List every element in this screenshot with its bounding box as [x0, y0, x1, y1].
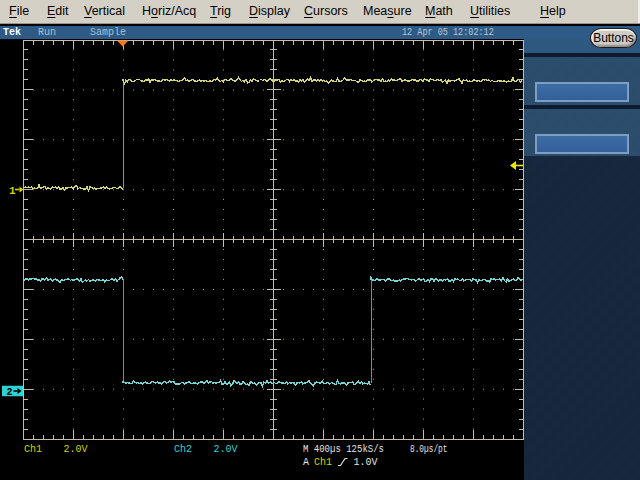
- acquisition-mode-label: Sample: [90, 27, 126, 38]
- side-panel: [524, 39, 640, 480]
- ch2-readout-label: Ch2: [174, 445, 192, 455]
- rising-slope-path: [338, 459, 348, 466]
- acquisition-state-label: Run: [38, 27, 56, 38]
- waveform-ch1: [24, 78, 522, 191]
- graticule-dots: [33, 49, 514, 429]
- panel-section-2: [524, 109, 640, 156]
- graticule-frame: [24, 40, 524, 439]
- menu-item-help[interactable]: Help: [540, 0, 566, 23]
- oscilloscope-screen: FileEditVerticalHoriz/AcqTrigDisplayCurs…: [0, 0, 640, 480]
- trigger-source-readout: Ch1: [314, 458, 332, 468]
- datetime-label: 12 Apr 05 12:02:12: [402, 27, 494, 38]
- menu-item-cursors[interactable]: Cursors: [304, 0, 348, 23]
- menu-item-display[interactable]: Display: [249, 0, 290, 23]
- menu-item-file[interactable]: File: [9, 0, 29, 23]
- trigger-mode-readout: A: [303, 458, 309, 468]
- trigger-level-marker: [510, 161, 516, 170]
- timebase-readout: M 400µs 125kS/s: [303, 445, 384, 455]
- menu-bar: FileEditVerticalHoriz/AcqTrigDisplayCurs…: [0, 0, 640, 24]
- waveform-ch2: [24, 277, 523, 386]
- graticule-ticks: [24, 40, 524, 439]
- ch2-marker-arrowhead-icon: [18, 388, 22, 394]
- menu-item-trig[interactable]: Trig: [210, 0, 231, 23]
- brand-label: Tek: [3, 27, 21, 38]
- trigger-position-marker: [117, 41, 129, 47]
- trigger-slope-icon: [337, 457, 349, 467]
- panel-button-2[interactable]: [535, 134, 629, 154]
- ch1-readout-label: Ch1: [24, 445, 42, 455]
- buttons-button[interactable]: Buttons: [590, 28, 637, 48]
- ch2-ground-marker: [2, 386, 23, 397]
- ch1-ground-marker: 1: [9, 185, 16, 197]
- waveform-ch2-edges: [123, 280, 371, 383]
- menu-item-horizacq[interactable]: Horiz/Acq: [142, 0, 196, 23]
- menu-item-edit[interactable]: Edit: [47, 0, 69, 23]
- menu-item-vertical[interactable]: Vertical: [84, 0, 125, 23]
- panel-section-1: [524, 57, 640, 105]
- ch2-ground-marker-label: 2: [7, 387, 13, 398]
- resolution-readout: 8.0µs/pt: [410, 445, 447, 455]
- side-panel-lower: [524, 156, 640, 480]
- ch1-readout-scale: 2.0V: [64, 445, 88, 455]
- panel-button-1[interactable]: [535, 82, 629, 102]
- trigger-level-readout: 1.0V: [354, 458, 378, 468]
- graticule-center-lines: [24, 40, 524, 439]
- ch1-marker-arrowhead-icon: [20, 187, 24, 193]
- menu-item-measure[interactable]: Measure: [363, 0, 412, 23]
- menu-item-math[interactable]: Math: [425, 0, 453, 23]
- ch2-readout-scale: 2.0V: [214, 445, 238, 455]
- menu-item-utilities[interactable]: Utilities: [470, 0, 510, 23]
